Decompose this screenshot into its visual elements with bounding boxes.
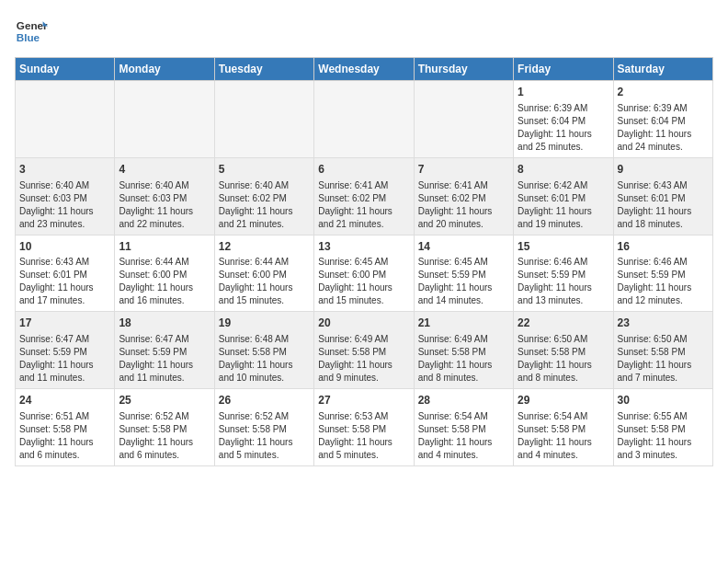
day-number: 8	[518, 162, 609, 178]
calendar-cell: 17Sunrise: 6:47 AM Sunset: 5:59 PM Dayli…	[16, 312, 115, 389]
calendar-cell: 24Sunrise: 6:51 AM Sunset: 5:58 PM Dayli…	[16, 389, 115, 466]
day-info: Sunrise: 6:53 AM Sunset: 5:58 PM Dayligh…	[318, 410, 409, 462]
day-number: 21	[418, 316, 509, 331]
calendar-cell: 4Sunrise: 6:40 AM Sunset: 6:03 PM Daylig…	[115, 157, 214, 235]
day-number: 5	[219, 162, 310, 178]
logo: General Blue	[15, 15, 51, 48]
day-number: 11	[119, 239, 210, 255]
day-number: 3	[19, 162, 110, 178]
day-info: Sunrise: 6:40 AM Sunset: 6:03 PM Dayligh…	[119, 179, 210, 231]
calendar-cell	[314, 81, 414, 158]
day-number: 16	[618, 239, 709, 255]
day-number: 22	[518, 316, 609, 331]
day-number: 20	[318, 316, 409, 331]
calendar-cell: 26Sunrise: 6:52 AM Sunset: 5:58 PM Dayli…	[214, 389, 313, 466]
day-info: Sunrise: 6:48 AM Sunset: 5:58 PM Dayligh…	[219, 333, 310, 385]
day-info: Sunrise: 6:47 AM Sunset: 5:59 PM Dayligh…	[119, 333, 210, 385]
day-info: Sunrise: 6:45 AM Sunset: 6:00 PM Dayligh…	[318, 256, 409, 307]
day-number: 19	[219, 316, 310, 331]
day-number: 10	[19, 239, 110, 255]
calendar-cell	[414, 81, 513, 158]
svg-text:Blue: Blue	[17, 31, 40, 43]
calendar-cell: 20Sunrise: 6:49 AM Sunset: 5:58 PM Dayli…	[314, 312, 414, 389]
day-info: Sunrise: 6:43 AM Sunset: 6:01 PM Dayligh…	[19, 256, 110, 307]
calendar-cell: 22Sunrise: 6:50 AM Sunset: 5:58 PM Dayli…	[514, 312, 613, 389]
calendar-cell: 16Sunrise: 6:46 AM Sunset: 5:59 PM Dayli…	[613, 235, 712, 312]
calendar-week-row: 17Sunrise: 6:47 AM Sunset: 5:59 PM Dayli…	[16, 312, 713, 389]
day-number: 4	[119, 162, 210, 178]
calendar-week-row: 3Sunrise: 6:40 AM Sunset: 6:03 PM Daylig…	[16, 157, 713, 235]
calendar-cell: 23Sunrise: 6:50 AM Sunset: 5:58 PM Dayli…	[613, 312, 712, 389]
calendar-cell: 28Sunrise: 6:54 AM Sunset: 5:58 PM Dayli…	[414, 389, 513, 466]
calendar-week-row: 1Sunrise: 6:39 AM Sunset: 6:04 PM Daylig…	[16, 81, 713, 158]
day-number: 23	[618, 316, 709, 331]
day-info: Sunrise: 6:46 AM Sunset: 5:59 PM Dayligh…	[518, 256, 609, 307]
calendar-cell: 6Sunrise: 6:41 AM Sunset: 6:02 PM Daylig…	[314, 157, 414, 235]
day-number: 6	[318, 162, 409, 178]
calendar-cell: 11Sunrise: 6:44 AM Sunset: 6:00 PM Dayli…	[115, 235, 214, 312]
day-info: Sunrise: 6:52 AM Sunset: 5:58 PM Dayligh…	[219, 410, 310, 462]
calendar-cell: 3Sunrise: 6:40 AM Sunset: 6:03 PM Daylig…	[16, 157, 115, 235]
calendar-cell: 12Sunrise: 6:44 AM Sunset: 6:00 PM Dayli…	[214, 235, 313, 312]
calendar-cell: 9Sunrise: 6:43 AM Sunset: 6:01 PM Daylig…	[613, 157, 712, 235]
calendar-cell: 25Sunrise: 6:52 AM Sunset: 5:58 PM Dayli…	[115, 389, 214, 466]
header: General Blue	[15, 15, 713, 48]
calendar-cell: 29Sunrise: 6:54 AM Sunset: 5:58 PM Dayli…	[514, 389, 613, 466]
day-info: Sunrise: 6:39 AM Sunset: 6:04 PM Dayligh…	[518, 102, 609, 154]
calendar-cell: 10Sunrise: 6:43 AM Sunset: 6:01 PM Dayli…	[16, 235, 115, 312]
day-info: Sunrise: 6:49 AM Sunset: 5:58 PM Dayligh…	[318, 333, 409, 385]
weekday-header-saturday: Saturday	[613, 58, 712, 81]
calendar-cell: 30Sunrise: 6:55 AM Sunset: 5:58 PM Dayli…	[613, 389, 712, 466]
day-number: 9	[618, 162, 709, 178]
day-number: 15	[518, 239, 609, 255]
weekday-header-sunday: Sunday	[16, 58, 115, 81]
calendar-cell: 13Sunrise: 6:45 AM Sunset: 6:00 PM Dayli…	[314, 235, 414, 312]
weekday-header-wednesday: Wednesday	[314, 58, 414, 81]
calendar-cell: 18Sunrise: 6:47 AM Sunset: 5:59 PM Dayli…	[115, 312, 214, 389]
day-info: Sunrise: 6:47 AM Sunset: 5:59 PM Dayligh…	[19, 333, 110, 385]
calendar-cell: 2Sunrise: 6:39 AM Sunset: 6:04 PM Daylig…	[613, 81, 712, 158]
day-number: 12	[219, 239, 310, 255]
day-info: Sunrise: 6:39 AM Sunset: 6:04 PM Dayligh…	[618, 102, 709, 154]
calendar-cell: 21Sunrise: 6:49 AM Sunset: 5:58 PM Dayli…	[414, 312, 513, 389]
day-info: Sunrise: 6:40 AM Sunset: 6:03 PM Dayligh…	[19, 179, 110, 231]
weekday-header-thursday: Thursday	[414, 58, 513, 81]
day-info: Sunrise: 6:42 AM Sunset: 6:01 PM Dayligh…	[518, 179, 609, 231]
day-number: 25	[119, 393, 210, 408]
calendar-week-row: 10Sunrise: 6:43 AM Sunset: 6:01 PM Dayli…	[16, 235, 713, 312]
calendar-cell	[214, 81, 313, 158]
day-info: Sunrise: 6:49 AM Sunset: 5:58 PM Dayligh…	[418, 333, 509, 385]
day-info: Sunrise: 6:52 AM Sunset: 5:58 PM Dayligh…	[119, 410, 210, 462]
day-info: Sunrise: 6:54 AM Sunset: 5:58 PM Dayligh…	[518, 410, 609, 462]
day-info: Sunrise: 6:45 AM Sunset: 5:59 PM Dayligh…	[418, 256, 509, 307]
day-info: Sunrise: 6:41 AM Sunset: 6:02 PM Dayligh…	[318, 179, 409, 231]
day-number: 30	[618, 393, 709, 408]
calendar-cell: 27Sunrise: 6:53 AM Sunset: 5:58 PM Dayli…	[314, 389, 414, 466]
day-number: 1	[518, 85, 609, 100]
day-number: 14	[418, 239, 509, 255]
calendar-cell: 7Sunrise: 6:41 AM Sunset: 6:02 PM Daylig…	[414, 157, 513, 235]
day-info: Sunrise: 6:44 AM Sunset: 6:00 PM Dayligh…	[219, 256, 310, 307]
day-info: Sunrise: 6:54 AM Sunset: 5:58 PM Dayligh…	[418, 410, 509, 462]
day-number: 26	[219, 393, 310, 408]
day-info: Sunrise: 6:46 AM Sunset: 5:59 PM Dayligh…	[618, 256, 709, 307]
day-info: Sunrise: 6:55 AM Sunset: 5:58 PM Dayligh…	[618, 410, 709, 462]
logo-icon: General Blue	[15, 15, 48, 48]
calendar-header-row: SundayMondayTuesdayWednesdayThursdayFrid…	[16, 58, 713, 81]
weekday-header-tuesday: Tuesday	[214, 58, 313, 81]
day-number: 28	[418, 393, 509, 408]
calendar-cell	[115, 81, 214, 158]
day-number: 27	[318, 393, 409, 408]
calendar-cell: 8Sunrise: 6:42 AM Sunset: 6:01 PM Daylig…	[514, 157, 613, 235]
day-info: Sunrise: 6:43 AM Sunset: 6:01 PM Dayligh…	[618, 179, 709, 231]
day-number: 29	[518, 393, 609, 408]
weekday-header-monday: Monday	[115, 58, 214, 81]
day-number: 17	[19, 316, 110, 331]
day-info: Sunrise: 6:50 AM Sunset: 5:58 PM Dayligh…	[518, 333, 609, 385]
day-number: 7	[418, 162, 509, 178]
day-number: 13	[318, 239, 409, 255]
day-number: 24	[19, 393, 110, 408]
calendar-cell: 14Sunrise: 6:45 AM Sunset: 5:59 PM Dayli…	[414, 235, 513, 312]
calendar-cell: 1Sunrise: 6:39 AM Sunset: 6:04 PM Daylig…	[514, 81, 613, 158]
calendar-cell: 15Sunrise: 6:46 AM Sunset: 5:59 PM Dayli…	[514, 235, 613, 312]
